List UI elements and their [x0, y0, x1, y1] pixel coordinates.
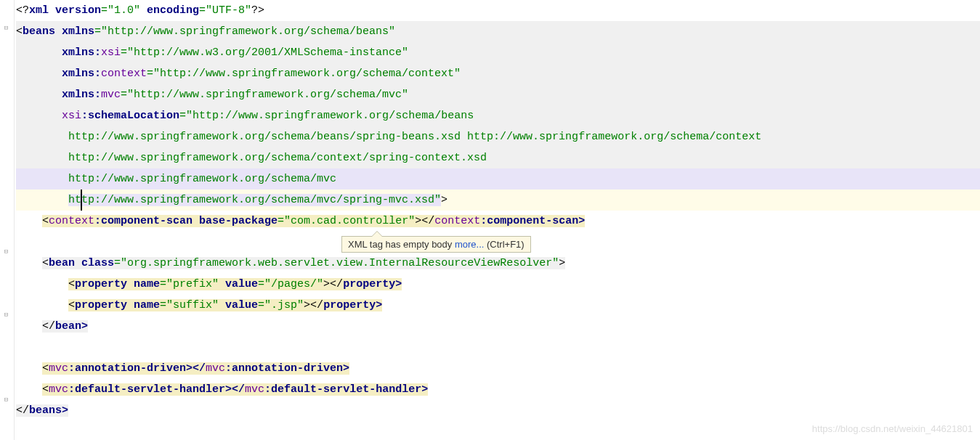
fold-icon[interactable]: ⊟	[2, 25, 10, 33]
text-cursor	[81, 190, 82, 211]
code-line[interactable]: xsi:schemaLocation="http://www.springfra…	[16, 105, 980, 126]
code-line[interactable]	[16, 337, 980, 358]
code-line[interactable]: xmlns:mvc="http://www.springframework.or…	[16, 84, 980, 105]
code-line[interactable]: http://www.springframework.org/schema/co…	[16, 147, 980, 168]
fold-icon[interactable]: ⊟	[2, 396, 10, 404]
code-line[interactable]: </beans>	[16, 400, 980, 421]
fold-icon[interactable]: ⊟	[2, 311, 10, 319]
code-line[interactable]: xmlns:context="http://www.springframewor…	[16, 63, 980, 84]
inspection-tooltip: XML tag has empty body more... (Ctrl+F1)	[341, 236, 531, 253]
tooltip-shortcut: (Ctrl+F1)	[484, 239, 524, 250]
code-line[interactable]: http://www.springframework.org/schema/be…	[16, 126, 980, 147]
code-line[interactable]: </bean>	[16, 316, 980, 337]
code-area[interactable]: <?xml version="1.0" encoding="UTF-8"?> <…	[15, 0, 980, 440]
tooltip-text: XML tag has empty body	[348, 239, 455, 250]
code-line-current[interactable]: http://www.springframework.org/schema/mv…	[16, 190, 980, 211]
code-line[interactable]: <?xml version="1.0" encoding="UTF-8"?>	[16, 0, 980, 21]
code-line[interactable]: http://www.springframework.org/schema/mv…	[16, 168, 980, 190]
gutter: ⊟ ⊟ ⊟ ⊟	[0, 0, 15, 440]
code-line[interactable]: <property name="suffix" value=".jsp"></p…	[16, 295, 980, 316]
code-line[interactable]: xmlns:xsi="http://www.w3.org/2001/XMLSch…	[16, 42, 980, 63]
code-line[interactable]: <bean class="org.springframework.web.ser…	[16, 253, 980, 274]
code-line[interactable]: <beans xmlns="http://www.springframework…	[16, 21, 980, 42]
editor-container: ⊟ ⊟ ⊟ ⊟ 💡 <?xml version="1.0" encoding="…	[0, 0, 980, 440]
fold-icon[interactable]: ⊟	[2, 248, 10, 256]
code-line[interactable]: <mvc:annotation-driven></mvc:annotation-…	[16, 358, 980, 379]
tooltip-more-link[interactable]: more...	[455, 239, 484, 250]
code-line[interactable]: <context:component-scan base-package="co…	[16, 211, 980, 232]
code-line[interactable]: <mvc:default-servlet-handler></mvc:defau…	[16, 379, 980, 400]
code-line[interactable]: <property name="prefix" value="/pages/">…	[16, 274, 980, 295]
